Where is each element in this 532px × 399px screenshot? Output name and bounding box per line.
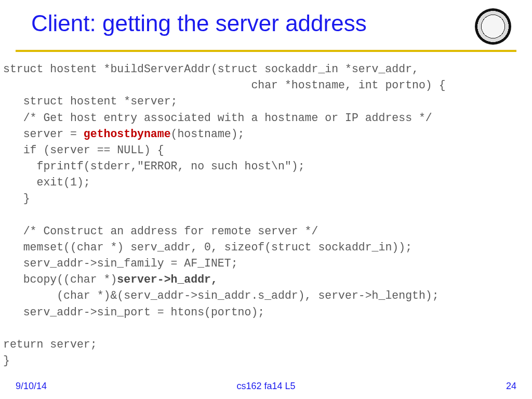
code-line: (char *)&(serv_addr->sin_addr.s_addr), s… — [3, 289, 439, 302]
code-line: /* Get host entry associated with a host… — [3, 112, 432, 124]
code-keyword: gethostbyname — [84, 128, 171, 140]
code-block: struct hostent *buildServerAddr(struct s… — [0, 61, 532, 369]
code-line: if (server == NULL) { — [3, 144, 164, 156]
divider — [16, 50, 516, 52]
code-line: struct hostent *server; — [3, 95, 177, 108]
footer: 9/10/14 cs162 fa14 L5 24 — [0, 381, 532, 392]
code-line: serv_addr->sin_family = AF_INET; — [3, 257, 238, 270]
title-row: Client: getting the server address — [0, 10, 532, 45]
code-line: bcopy((char *) — [3, 273, 117, 286]
code-line: memset((char *) serv_addr, 0, sizeof(str… — [3, 241, 412, 254]
code-line: } — [3, 354, 10, 367]
code-line: struct hostent *buildServerAddr(struct s… — [3, 63, 419, 75]
code-line: (hostname); — [171, 128, 245, 140]
code-line: server = — [3, 128, 84, 140]
slide-title: Client: getting the server address — [31, 10, 475, 36]
code-line: return server; — [3, 338, 97, 351]
code-line: serv_addr->sin_port = htons(portno); — [3, 306, 264, 318]
university-seal-icon — [475, 8, 511, 45]
footer-course: cs162 fa14 L5 — [0, 381, 532, 392]
code-line: exit(1); — [3, 176, 90, 189]
slide: Client: getting the server address struc… — [0, 0, 532, 399]
code-bold: server->h_addr, — [117, 273, 218, 286]
code-line: char *hostname, int portno) { — [3, 79, 446, 91]
code-line: fprintf(stderr,"ERROR, no such host\n"); — [3, 160, 305, 172]
code-line: } — [3, 192, 30, 205]
code-line: /* Construct an address for remote serve… — [3, 225, 318, 237]
